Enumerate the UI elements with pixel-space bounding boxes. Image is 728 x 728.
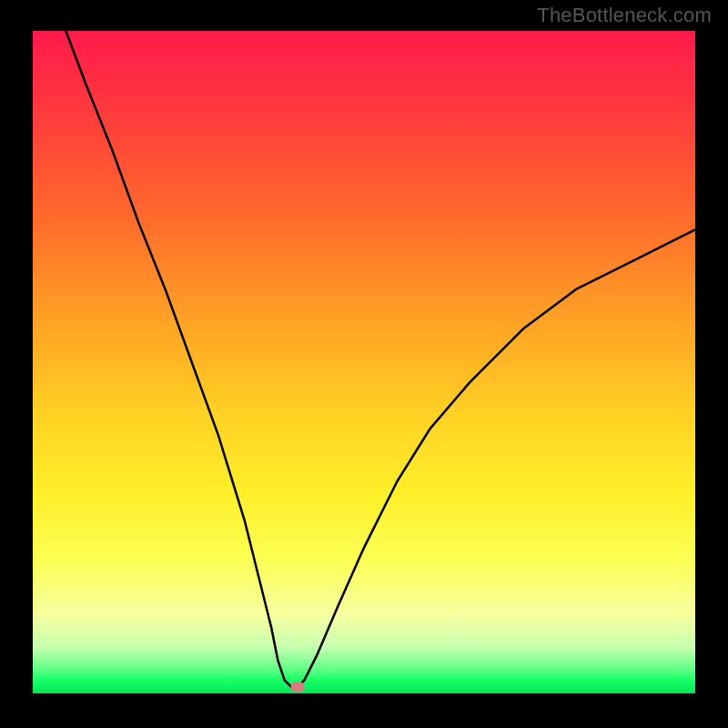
watermark-text: TheBottleneck.com bbox=[537, 4, 712, 27]
bottleneck-curve bbox=[66, 31, 695, 687]
optimum-marker bbox=[291, 682, 305, 692]
curve-layer bbox=[33, 31, 695, 693]
chart-frame: TheBottleneck.com bbox=[0, 0, 728, 728]
plot-area bbox=[33, 31, 695, 693]
